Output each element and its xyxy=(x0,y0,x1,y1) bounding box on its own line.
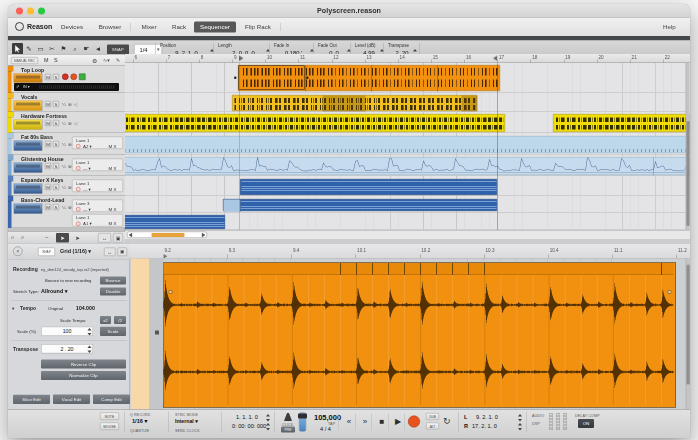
input-play-icon[interactable] xyxy=(79,74,86,81)
track-header-bass-chord-lead[interactable]: Bass-Chord-LeadMS⅓ ⊛ ◁Lane 3— ▾M XLane 1… xyxy=(8,196,125,228)
fade-handle[interactable] xyxy=(668,290,672,294)
bounce-button[interactable]: Bounce xyxy=(100,277,126,285)
bar-ruler[interactable]: 67891011121314151617181920212223 xyxy=(125,54,690,63)
tab-sequencer[interactable]: Sequencer xyxy=(194,22,236,33)
scale-button[interactable]: Scale xyxy=(100,327,126,337)
clip-orange[interactable] xyxy=(238,65,500,91)
normalize-clip-button[interactable]: Normalize Clip xyxy=(41,371,126,380)
lane-rec-icon[interactable] xyxy=(76,207,81,212)
shield-icon[interactable]: ▣ xyxy=(118,248,128,257)
fastforward-button[interactable]: » xyxy=(358,415,372,429)
rewind-button[interactable]: « xyxy=(342,415,356,429)
mute-button[interactable]: M xyxy=(45,74,51,80)
vscroll-thumb[interactable] xyxy=(687,121,691,226)
gutter-handle[interactable] xyxy=(155,331,159,335)
clip-waveblue[interactable] xyxy=(125,157,690,175)
zoom-in-icon[interactable]: ⌕ xyxy=(11,233,15,241)
help-button[interactable]: Help xyxy=(663,23,676,30)
clip-midi[interactable] xyxy=(125,215,225,229)
selection-handle[interactable] xyxy=(306,77,309,80)
lane-box[interactable]: Lane 3— ▾M X xyxy=(72,200,123,213)
pre-button[interactable]: PRE xyxy=(281,427,295,433)
editor-ruler[interactable]: 9.29.39.410.110.210.310.411.111.2 xyxy=(130,244,690,259)
lane-rec-icon[interactable] xyxy=(76,221,81,226)
stepper-up[interactable] xyxy=(266,423,270,426)
reverse-clip-button[interactable]: Reverse Clip xyxy=(41,360,126,369)
navigator-right-handle[interactable] xyxy=(202,233,206,238)
solo-button[interactable]: S xyxy=(53,74,59,80)
loop-left-label[interactable]: L xyxy=(464,414,467,420)
manual-rec-button[interactable]: MANUAL REC xyxy=(11,57,38,64)
lane-box[interactable]: Lane 1— ▾M X xyxy=(72,180,123,193)
stepper-down[interactable] xyxy=(266,428,270,431)
stepper-icon[interactable] xyxy=(88,328,92,336)
solo-button[interactable]: S xyxy=(53,163,59,169)
solo-button[interactable]: S xyxy=(53,184,59,190)
navigator-left-handle[interactable] xyxy=(129,233,133,238)
arrange-vscrollbar[interactable] xyxy=(686,63,691,230)
solo-button[interactable]: S xyxy=(53,141,59,147)
solo-button[interactable]: S xyxy=(53,204,59,210)
solo-button[interactable]: S xyxy=(53,120,59,126)
editor-grid-select[interactable]: Grid (1/16) ▾ xyxy=(60,248,91,255)
mute-button[interactable]: M xyxy=(45,204,51,210)
loop-right-value[interactable]: 17. 2. 1. 0 xyxy=(472,423,497,429)
editor-clip[interactable] xyxy=(163,263,676,408)
monitor-icon[interactable] xyxy=(71,74,78,81)
clip-flatblue[interactable] xyxy=(125,136,690,153)
shield-button[interactable]: ▣ xyxy=(113,233,123,243)
editor-vscrollbar[interactable] xyxy=(686,259,691,410)
play-button[interactable]: ▶ xyxy=(391,415,405,429)
note-button[interactable]: NOTE xyxy=(100,413,119,421)
position-time[interactable]: 0: 00: 00: 000 xyxy=(232,423,266,429)
mouse-button[interactable]: MOUSE xyxy=(100,423,119,431)
hresize-button[interactable]: ↔ xyxy=(98,233,111,243)
stepper-down[interactable] xyxy=(266,419,270,422)
x2-button[interactable]: x2 xyxy=(100,316,111,324)
mode-button-slice-edit[interactable]: Slice Edit xyxy=(13,395,50,405)
loop-right-label[interactable]: R xyxy=(464,423,468,429)
sync-value[interactable]: Internal ▾ xyxy=(175,418,198,424)
dub-button[interactable]: DUB xyxy=(426,413,439,420)
position-bars[interactable]: 1. 1. 1. 0 xyxy=(236,414,258,420)
transpose-field[interactable]: 2 . 20 xyxy=(41,344,93,354)
stepper-up[interactable] xyxy=(266,414,270,417)
zoom-out-icon[interactable]: ⌕ xyxy=(21,233,25,241)
track-header-expander-x-keys[interactable]: Expander X KeysMS⅓ ⊛ ◁Lane 1— ▾M X xyxy=(8,176,125,196)
stepper-icon[interactable] xyxy=(518,423,522,431)
track-header-glistening-house[interactable]: Glistening HouseMS⅓ ⊛ ◁Lane 1— ▾M X xyxy=(8,155,125,176)
stepper-icon[interactable] xyxy=(266,423,270,431)
input-meter-bar[interactable]: ✐IN ▾ xyxy=(14,83,119,91)
tab-devices[interactable]: Devices xyxy=(54,22,90,33)
tab-rack[interactable]: Rack xyxy=(166,22,192,33)
tab-browser[interactable]: Browser xyxy=(92,22,128,33)
track-header-vocals[interactable]: VocalsMS⅓ ⊛ ◁ xyxy=(8,93,125,112)
solo-button[interactable]: S xyxy=(53,101,59,107)
stepper-icon[interactable] xyxy=(266,414,270,422)
mute-button[interactable]: M xyxy=(45,141,51,147)
selection-handle[interactable] xyxy=(234,77,237,80)
track-header-top-loop[interactable]: Top LoopMS✐IN ▾ xyxy=(8,66,125,93)
alt-button[interactable]: ALT xyxy=(426,423,439,430)
qrec-value[interactable]: 1/16 ▾ xyxy=(132,418,147,425)
stepper-up[interactable] xyxy=(88,345,92,348)
loop-left-value[interactable]: 9. 2. 1. 0 xyxy=(476,414,498,420)
mute-button[interactable]: M xyxy=(45,120,51,126)
loop-icon[interactable]: ↻ xyxy=(443,416,451,427)
song-navigator[interactable] xyxy=(125,230,690,239)
stepper-up[interactable] xyxy=(518,414,522,417)
stepper-down[interactable] xyxy=(518,428,522,431)
stepper-down[interactable] xyxy=(88,333,92,336)
hresize-icon[interactable]: ↔ xyxy=(104,248,116,257)
arrow-tool-light-button[interactable]: ➤ xyxy=(71,233,84,243)
stepper-down[interactable] xyxy=(88,350,92,353)
mute-button[interactable]: M xyxy=(45,184,51,190)
lane-box[interactable]: Lane 1— ▾M X xyxy=(72,159,123,172)
track-header-hardware-fortress[interactable]: Hardware FortressMS⅓ ⊛ ◁ xyxy=(8,112,125,133)
vscroll-thumb[interactable] xyxy=(687,265,691,385)
tab-mixer[interactable]: Mixer xyxy=(134,22,164,33)
delay-on-button[interactable]: ON xyxy=(578,419,594,428)
mute-button[interactable]: M xyxy=(45,101,51,107)
track-header-fat-80s-bass[interactable]: Fat 80s BassMS⅓ ⊛ ◁Lane 1A2 ▾M X xyxy=(8,133,125,155)
scale-pct-field[interactable]: 100 xyxy=(41,327,93,337)
